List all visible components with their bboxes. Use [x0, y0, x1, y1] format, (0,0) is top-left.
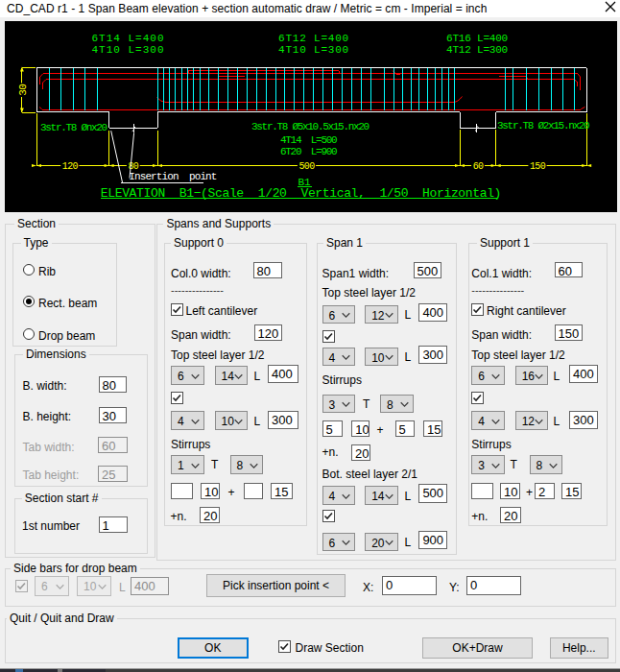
svg-text:30: 30: [17, 84, 29, 96]
svg-text:6T14 L=400: 6T14 L=400: [91, 33, 164, 44]
svg-text:80: 80: [128, 161, 138, 172]
svg-text:4T12 L=300: 4T12 L=300: [446, 44, 508, 56]
svg-text:Insertion point: Insertion point: [129, 171, 217, 182]
svg-text:500: 500: [299, 161, 316, 172]
svg-text:6T16 L=400: 6T16 L=400: [446, 33, 508, 44]
svg-text:3str.T8 Ø5x10.5x15.nx20: 3str.T8 Ø5x10.5x15.nx20: [251, 121, 370, 132]
svg-text:3str.T8 Ø2x15.nx20: 3str.T8 Ø2x15.nx20: [497, 120, 589, 132]
svg-text:150: 150: [530, 161, 546, 172]
svg-text:60: 60: [473, 161, 484, 172]
svg-text:4T10 L=300: 4T10 L=300: [278, 44, 349, 56]
svg-text:4T10 L=300: 4T10 L=300: [91, 44, 164, 56]
svg-text:120: 120: [62, 161, 79, 172]
svg-text:4T14 L=500: 4T14 L=500: [280, 134, 337, 146]
svg-text:6T12 L=400: 6T12 L=400: [278, 33, 349, 44]
svg-text:6T20 L=900: 6T20 L=900: [280, 146, 337, 157]
svg-text:3str.T8 Ønx20: 3str.T8 Ønx20: [40, 122, 107, 133]
